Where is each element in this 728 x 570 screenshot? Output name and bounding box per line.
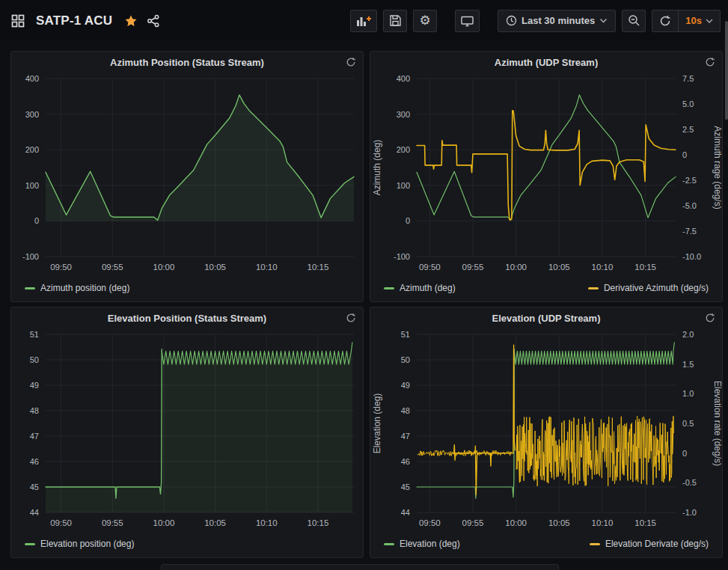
add-panel-button[interactable] [350,10,377,32]
elevation-udp-chart[interactable]: 515049484746454409:5009:5510:0010:0510:1… [370,328,722,532]
legend-item[interactable]: Elevation (deg) [384,539,460,549]
y-axis-right-tick: 0 [682,449,687,458]
y-axis-tick: 0 [34,216,39,225]
azimuth-status-chart[interactable]: 4003002001000-10009:5009:5510:0010:0510:… [11,73,363,276]
x-axis-tick: 10:10 [592,263,614,272]
sync-icon[interactable] [346,313,356,323]
y-axis-tick: 51 [30,330,39,339]
y-axis-tick: 100 [25,181,39,190]
panel-title: Elevation (UDP Stream) [492,313,601,324]
sync-icon[interactable] [705,57,715,67]
x-axis-tick: 09:50 [50,263,72,272]
star-icon[interactable] [124,14,138,28]
y-axis-tick: -100 [22,252,39,261]
panel-header[interactable]: Azimuth (UDP Stream) [370,52,722,73]
time-range-picker[interactable]: Last 30 minutes [498,10,616,32]
y-axis-tick: 51 [401,330,410,339]
save-dashboard-button[interactable] [383,10,407,32]
time-range-label: Last 30 minutes [521,15,595,26]
refresh-interval-dropdown[interactable]: 10s [678,10,720,31]
series-line [46,349,162,499]
x-axis-tick: 10:05 [548,518,570,527]
legend-series-label: Elevation (deg) [400,539,460,549]
legend-item[interactable]: Azimuth (deg) [384,283,456,293]
azimuth-udp-chart[interactable]: 4003002001000-10009:5009:5510:0010:0510:… [370,73,722,276]
x-axis-tick: 10:05 [204,518,226,527]
legend-series-dash [590,543,600,545]
y-axis-tick: 48 [30,406,39,415]
panel-elevation-udp: Elevation (UDP Stream) 51504948474645440… [370,307,723,558]
y-axis-right-tick: -0.5 [682,478,697,487]
settings-button[interactable]: ⚙ [413,10,437,32]
legend-series-label: Azimuth (deg) [400,283,456,293]
y-axis-tick: 49 [401,381,410,390]
chevron-down-icon [599,18,608,23]
y-axis-right-label: Elevation rate (deg/s) [712,381,722,466]
panel-header[interactable]: Azimuth Position (Status Stream) [11,52,363,73]
chart-legend: Elevation (deg)Elevation Derivate (deg/s… [370,532,722,554]
panel-azimuth-status: Azimuth Position (Status Stream) 4003002… [10,51,364,302]
legend-series-dash [384,543,394,545]
x-axis-tick: 10:10 [256,518,278,527]
x-axis-tick: 10:00 [505,518,527,527]
x-axis-tick: 09:50 [419,518,441,527]
share-icon[interactable] [147,14,160,28]
legend-item[interactable]: Derivative Azimuth (deg/s) [588,283,709,293]
x-axis-tick: 09:55 [102,263,123,272]
y-axis-tick: 44 [30,508,39,517]
legend-item[interactable]: Elevation Derivate (deg/s) [590,539,709,549]
legend-item[interactable]: Azimuth position (deg) [25,283,129,293]
panel-elevation-status: Elevation Position (Status Stream) 51504… [10,307,364,558]
y-axis-tick: 0 [406,216,410,225]
sync-icon[interactable] [705,313,715,323]
dashboard-title: SATP-1 ACU [36,13,112,28]
series-line [516,416,673,486]
refresh-button[interactable] [652,10,678,31]
y-axis-right-tick: 0.5 [682,419,694,428]
x-axis-tick: 09:55 [462,518,484,527]
sync-icon[interactable] [346,57,356,67]
y-axis-tick: 45 [401,482,410,491]
panel-header[interactable]: Elevation (UDP Stream) [370,307,722,328]
chevron-down-icon [706,19,713,23]
panel-azimuth-udp: Azimuth (UDP Stream) 4003002001000-10009… [370,51,723,302]
y-axis-label: Elevation (deg) [372,393,382,454]
legend-series-dash [25,287,35,289]
panel-title: Azimuth Position (Status Stream) [110,57,264,68]
y-axis-right-tick: 1.0 [682,389,694,398]
elevation-status-chart[interactable]: 515049484746454409:5009:5510:0010:0510:1… [11,328,363,532]
legend-series-label: Derivative Azimuth (deg/s) [604,283,709,293]
chart-legend: Azimuth (deg)Derivative Azimuth (deg/s) [370,276,722,298]
y-axis-right-tick: 2.0 [682,330,694,339]
legend-item[interactable]: Elevation position (deg) [25,539,134,549]
legend-series-label: Azimuth position (deg) [40,283,129,293]
scrollbar-thumb[interactable] [725,21,728,120]
zoom-out-button[interactable] [622,10,646,32]
gear-icon: ⚙ [419,14,430,27]
x-axis-tick: 09:55 [462,263,484,272]
chart-legend: Azimuth position (deg) [11,276,363,298]
cycle-view-mode-button[interactable] [455,10,480,32]
y-axis-tick: 49 [30,381,39,390]
legend-series-dash [384,287,394,289]
x-axis-tick: 09:55 [102,518,123,527]
y-axis-tick: 400 [25,74,39,83]
y-axis-tick: 47 [30,432,39,441]
y-axis-tick: 300 [397,110,410,119]
x-axis-tick: 10:00 [153,263,175,272]
y-axis-tick: 46 [401,457,410,466]
chart-legend: Elevation position (deg) [11,532,363,554]
x-axis-tick: 10:15 [308,263,329,272]
series-line [454,345,516,494]
x-axis-tick: 10:15 [308,518,329,527]
x-axis-tick: 10:05 [204,263,226,272]
x-axis-tick: 10:00 [153,518,175,527]
y-axis-right-tick: 1.5 [682,360,694,369]
panel-header[interactable]: Elevation Position (Status Stream) [11,307,363,328]
series-fill [162,343,352,512]
apps-grid-icon[interactable] [10,13,25,28]
y-axis-tick: 46 [30,457,39,466]
y-axis-tick: 100 [397,181,410,190]
series-line [514,343,674,364]
x-axis-tick: 10:05 [548,263,570,272]
